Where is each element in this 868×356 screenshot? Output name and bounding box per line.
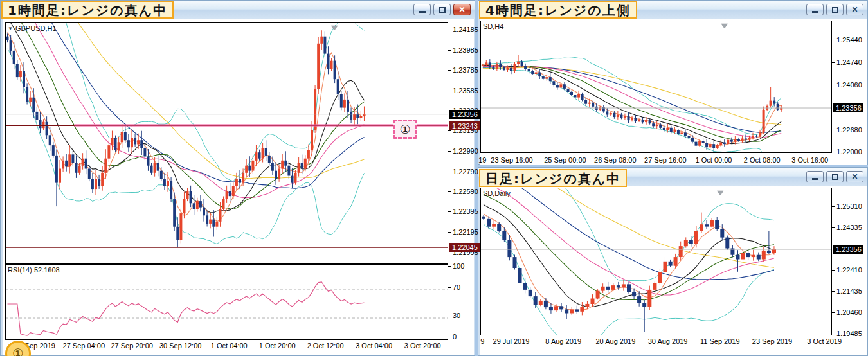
time-tick-label: 3 Oct 20:00 <box>404 342 441 350</box>
candles-layer <box>482 55 782 152</box>
time-tick-label: 11 Sep 2019 <box>700 337 740 345</box>
restore-icon <box>832 7 838 13</box>
price-tick-label: 1.22395 <box>448 208 478 216</box>
minimize-button[interactable] <box>806 4 824 15</box>
minimize-button[interactable] <box>806 171 824 182</box>
annotation-note-h1: 1時間足:レンジの真ん中 <box>1 1 174 19</box>
moving-average-lines <box>483 64 781 145</box>
price-tick-label: 1.25440 <box>832 36 862 44</box>
price-tick-label: 1.24185 <box>448 26 478 34</box>
minimize-icon <box>812 11 818 13</box>
price-tick-label: 1.23585 <box>448 87 478 95</box>
candles-layer <box>482 213 776 332</box>
symbol-label-text: SD,H4 <box>483 22 503 30</box>
daily-main-plot: SD,Daily <box>480 188 832 335</box>
time-tick-label: 1 Oct 20:00 <box>259 342 296 350</box>
price-tick-label: 1.22195 <box>448 228 478 236</box>
price-axis-h1[interactable]: 1.241851.239851.237851.235851.233901.231… <box>448 19 474 355</box>
price-tick-label: 1.24335 <box>832 224 862 232</box>
bollinger-bands <box>483 58 781 153</box>
down-arrow-marker[interactable] <box>717 191 723 195</box>
time-tick-label: 26 Sep 08:00 <box>594 156 636 164</box>
h1-main-plot: ▼ GBPUSD,H1 <box>5 22 448 264</box>
restore-button[interactable] <box>826 4 844 15</box>
time-tick-label: 30 Sep 12:00 <box>159 342 201 350</box>
close-icon: ✕ <box>458 6 465 13</box>
time-tick-label: 2 Oct 08:00 <box>744 156 781 164</box>
price-badge: 1.22045 <box>449 243 480 252</box>
time-tick-label: 30 Aug 2019 <box>648 337 688 345</box>
time-tick-label: 23 Sep 16:00 <box>491 156 532 164</box>
price-tick-label: 1.19485 <box>832 330 862 338</box>
h4-price-chart[interactable] <box>481 21 831 152</box>
bollinger-bands <box>484 188 774 335</box>
time-tick-label: 23 Sep 2019 <box>752 337 792 345</box>
price-tick-label: 1.23985 <box>448 46 478 55</box>
restore-icon <box>832 174 838 180</box>
window-h1-chart: ✕ ▼ GBPUSD,H1 RSI(14) 52.1608 26 Sep 201… <box>0 0 475 356</box>
close-icon: ✕ <box>851 6 858 13</box>
mdi-workspace: { "workspace": { "background": "#a9c7e7"… <box>0 0 868 356</box>
close-button[interactable]: ✕ <box>453 4 471 15</box>
price-badge: 1.23356 <box>833 103 863 112</box>
price-tick-label: 1.22990 <box>448 147 478 156</box>
h1-price-chart[interactable] <box>6 23 448 263</box>
h4-main-plot: SD,H4 <box>480 21 832 153</box>
time-tick-label: 20 Aug 2019 <box>595 337 635 345</box>
chart-client-h4: SD,H4 1923 Sep 16:0025 Sep 00:0026 Sep 0… <box>480 19 867 165</box>
price-tick-label: 1.22680 <box>832 126 862 134</box>
close-icon: ✕ <box>851 173 858 181</box>
close-button[interactable]: ✕ <box>846 4 863 15</box>
rsi-scale-label: 0 <box>448 333 457 341</box>
restore-icon <box>439 7 446 13</box>
price-tick-label: 1.22790 <box>448 168 478 176</box>
window-controls-daily: ✕ <box>806 171 863 182</box>
price-tick-label: 1.22590 <box>448 188 478 196</box>
time-tick-label: 27 Sep 04:00 <box>63 342 105 350</box>
down-arrow-marker[interactable] <box>721 24 728 28</box>
restore-button[interactable] <box>826 171 844 182</box>
restore-button[interactable] <box>433 4 451 15</box>
symbol-label-h4[interactable]: SD,H4 <box>483 22 503 30</box>
time-tick-label: 3 Oct 16:00 <box>791 156 828 164</box>
price-tick-label: 1.25310 <box>832 202 862 211</box>
price-tick-label: 1.24740 <box>832 58 862 67</box>
time-axis-daily[interactable]: 929 Jul 20198 Aug 201920 Aug 201930 Aug … <box>480 335 831 346</box>
minimize-button[interactable] <box>413 4 431 15</box>
minimize-icon <box>419 11 426 13</box>
h1-rsi-chart[interactable] <box>6 265 448 339</box>
time-tick-label: 8 Aug 2019 <box>545 337 581 345</box>
price-axis-daily[interactable]: 1.253101.243351.224101.214351.204601.194… <box>832 186 867 355</box>
price-tick-label: 1.22410 <box>832 266 862 274</box>
symbol-selector-h1[interactable]: ▼ GBPUSD,H1 <box>8 24 57 32</box>
rsi-scale-label: 70 <box>448 283 460 292</box>
price-axis-h4[interactable]: 1.254401.247401.240601.226801.220001.233… <box>832 19 867 165</box>
price-badge: 1.23356 <box>449 110 480 119</box>
window-controls-h4: ✕ <box>806 4 863 15</box>
time-tick-label: 2 Oct 12:00 <box>307 342 344 350</box>
time-tick-label: 29 Jul 2019 <box>493 337 530 345</box>
pink-highlight-line <box>75 124 448 127</box>
time-axis-h1[interactable]: 26 Sep 201927 Sep 04:0027 Sep 20:0030 Se… <box>5 340 447 353</box>
h1-rsi-pane: RSI(14) 52.1608 <box>5 264 448 340</box>
annotation-note-h4: 4時間足:レンジの上側 <box>479 1 637 19</box>
symbol-label-daily[interactable]: SD,Daily <box>483 190 511 197</box>
down-arrow-marker[interactable] <box>331 26 338 30</box>
time-tick-label: 1 Oct 00:00 <box>696 156 732 164</box>
time-tick-label: 9 <box>480 337 484 345</box>
minimize-icon <box>812 178 818 180</box>
annotation-circled-one: ① <box>393 120 417 139</box>
time-tick-label: 3 Oct 04:00 <box>356 342 392 350</box>
symbol-label-text: SD,Daily <box>483 190 511 197</box>
price-badge: 1.23356 <box>833 245 863 254</box>
price-tick-label: 1.22000 <box>832 148 862 156</box>
close-button[interactable]: ✕ <box>846 171 863 182</box>
time-axis-h4[interactable]: 1923 Sep 16:0025 Sep 00:0026 Sep 08:0027… <box>480 154 831 165</box>
daily-price-chart[interactable] <box>481 188 831 335</box>
rsi-label: RSI(14) 52.1608 <box>8 266 60 274</box>
chart-client-h1: ▼ GBPUSD,H1 RSI(14) 52.1608 26 Sep 20192… <box>3 19 474 355</box>
time-tick-label: 27 Sep 16:00 <box>644 156 686 164</box>
price-tick-label: 1.23785 <box>448 66 478 75</box>
rsi-scale-label: 100 <box>448 262 464 271</box>
annotation-note-daily: 日足:レンジの真ん中 <box>479 169 627 187</box>
